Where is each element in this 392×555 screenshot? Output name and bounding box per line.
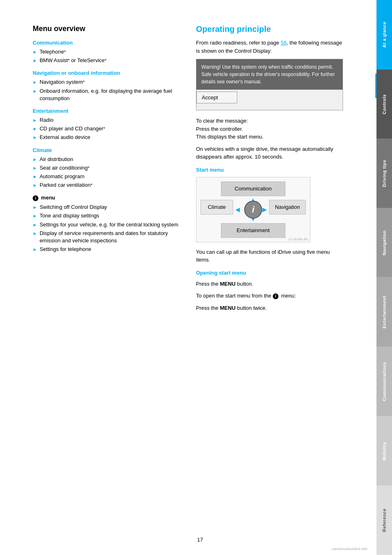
list-item: ► BMW Assist* or TeleService* [33, 57, 180, 64]
intro-text: From radio readiness, refer to page 58, … [196, 39, 343, 55]
bullet-icon: ► [33, 49, 37, 55]
bullet-icon: ► [33, 117, 37, 123]
open-from-i-text: To open the start menu from the i menu: [196, 292, 343, 300]
sidebar-tab-mobility[interactable]: Mobility [376, 416, 392, 486]
bullet-icon: ► [33, 165, 37, 171]
list-item: ► Seat air conditioning* [33, 164, 180, 172]
sidebar-tab-at-a-glance[interactable]: At a glance [376, 0, 392, 69]
single-drive-note: On vehicles with a single drive, the mes… [196, 145, 343, 161]
list-item: ► Tone and display settings [33, 212, 180, 219]
communication-list: ► Telephone* ► BMW Assist* or TeleServic… [33, 48, 180, 64]
navigation-onboard-heading: Navigation or onboard information [33, 70, 180, 76]
bullet-icon: ► [33, 126, 37, 132]
bullet-icon: ► [33, 213, 37, 219]
list-item: ► Radio [33, 116, 180, 124]
menu-button-twice-label: MENU [220, 305, 236, 311]
cell-climate: Climate [200, 200, 233, 215]
sidebar-tab-communications[interactable]: Communications [376, 347, 392, 416]
right-column: Operating principle From radio readiness… [196, 25, 343, 539]
menu-overview-title: Menu overview [33, 25, 180, 33]
climate-heading: Climate [33, 147, 180, 153]
cell-entertainment: Entertainment [221, 223, 285, 238]
i-icon-inline: i [273, 293, 278, 299]
press-menu-text: Press the MENU button. [196, 280, 343, 288]
clear-instructions: To clear the message: Press the controll… [196, 117, 343, 141]
navigation-onboard-list: ► Navigation system* ► Onboard informati… [33, 78, 180, 102]
bullet-icon: ► [33, 204, 37, 210]
bullet-icon: ► [33, 157, 37, 163]
sidebar: At a glance Controls Driving tips Naviga… [376, 0, 392, 555]
warning-box: Warning! Use this system only when traff… [196, 59, 343, 90]
list-item: ► CD player and CD changer* [33, 125, 180, 132]
warning-text: Warning! Use this system only when traff… [201, 64, 335, 85]
operating-principle-title: Operating principle [196, 25, 343, 34]
cell-navigation: Navigation [269, 200, 306, 215]
five-items-note: You can call up all the functions of iDr… [196, 248, 343, 264]
communication-heading: Communication [33, 40, 180, 46]
list-item: ► Telephone* [33, 48, 180, 56]
list-item: ► Automatic program [33, 173, 180, 180]
bullet-icon: ► [33, 222, 37, 228]
opening-start-menu-title: Opening start menu [196, 270, 343, 276]
i-icon: i [33, 195, 38, 201]
idrive-center-icon: i [244, 201, 262, 219]
menu-button-label: MENU [220, 281, 236, 287]
page-number: 17 [197, 537, 203, 543]
press-menu-twice-text: Press the MENU button twice. [196, 304, 343, 312]
bullet-icon: ► [33, 182, 37, 188]
list-item: ► Parked car ventilation* [33, 181, 180, 189]
bullet-icon: ► [33, 88, 37, 94]
bullet-icon: ► [33, 246, 37, 253]
page-indicator-bar [375, 74, 376, 98]
imenu-heading: i menu [33, 195, 180, 201]
accept-row: Accept [196, 90, 343, 110]
sidebar-tab-navigation[interactable]: Navigation [376, 208, 392, 278]
bullet-icon: ► [33, 174, 37, 180]
entertainment-list: ► Radio ► CD player and CD changer* ► Ex… [33, 116, 180, 141]
list-item: ► Settings for your vehicle, e.g. for th… [33, 221, 180, 228]
main-content: Menu overview Communication ► Telephone*… [0, 0, 376, 555]
list-item: ► Onboard information, e.g. for displayi… [33, 87, 180, 102]
list-item: ► Navigation system* [33, 78, 180, 86]
warning-container: Warning! Use this system only when traff… [196, 59, 343, 110]
imenu-list: ► Switching off Control Display ► Tone a… [33, 204, 180, 253]
list-item: ► Settings for telephone [33, 246, 180, 253]
bullet-icon: ► [33, 231, 37, 237]
site-watermark: carmanualsonline.info [332, 547, 368, 551]
bullet-icon: ► [33, 134, 37, 141]
arrow-left-icon: ◄ [234, 205, 241, 214]
list-item: ► Switching off Control Display [33, 204, 180, 211]
idrive-diagram: Communication Climate Navigation Enterta… [196, 177, 310, 242]
sidebar-tab-controls[interactable]: Controls [376, 69, 392, 139]
diagram-watermark: 17-10-551.R1 [288, 237, 308, 241]
entertainment-heading: Entertainment [33, 108, 180, 114]
sidebar-tab-entertainment[interactable]: Entertainment [376, 278, 392, 347]
bullet-icon: ► [33, 79, 37, 85]
start-menu-title: Start menu [196, 167, 343, 173]
page-link[interactable]: 58 [281, 40, 286, 46]
bullet-icon: ► [33, 58, 37, 64]
sidebar-tab-driving-tips[interactable]: Driving tips [376, 139, 392, 208]
accept-button[interactable]: Accept [196, 92, 237, 103]
list-item: ► Air distribution [33, 156, 180, 163]
list-item: ► External audio device [33, 134, 180, 141]
sidebar-tab-reference[interactable]: Reference [376, 486, 392, 555]
left-column: Menu overview Communication ► Telephone*… [33, 25, 180, 539]
cell-communication: Communication [221, 181, 285, 196]
page-container: Menu overview Communication ► Telephone*… [0, 0, 392, 555]
list-item: ► Display of service requirements and da… [33, 230, 180, 244]
climate-list: ► Air distribution ► Seat air conditioni… [33, 156, 180, 189]
